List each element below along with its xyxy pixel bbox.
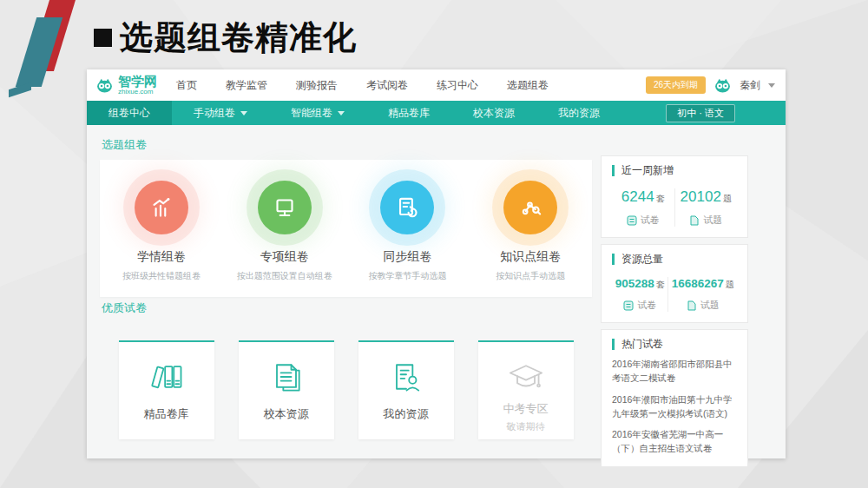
stat-label: 试卷 (637, 299, 656, 312)
graduation-cap-icon (506, 356, 546, 398)
user-avatar-owl-icon[interactable] (713, 76, 732, 95)
stat-unit: 套 (656, 280, 665, 289)
menu-item-label: 精品卷库 (388, 101, 430, 125)
quality-section-header: 优质试卷 (102, 300, 592, 316)
brand-logo[interactable]: 智学网 zhixue.com (95, 75, 157, 96)
card-school-resources[interactable]: 校本资源 (239, 340, 334, 439)
stat-unit: 套 (656, 194, 665, 203)
card-my-resources[interactable]: 我的资源 (358, 340, 454, 439)
stat-number-row: 6244套 (612, 188, 674, 206)
chevron-down-icon[interactable] (768, 83, 775, 88)
menu-item-label: 我的资源 (558, 101, 600, 125)
feature-knowledge-point[interactable]: 知识点组卷 按知识点手动选题 (469, 160, 592, 297)
menu-item-manual-assembly[interactable]: 手动组卷 (172, 101, 269, 125)
stat-questions: 16686267题 试题 (667, 277, 737, 312)
stat-label-row[interactable]: 试卷 (612, 299, 667, 312)
menu-item-premium-library[interactable]: 精品卷库 (366, 101, 451, 125)
subject-selector[interactable]: 初中 · 语文 (666, 104, 735, 122)
knowledge-nodes-icon (503, 181, 557, 234)
card-label: 精品卷库 (144, 406, 189, 422)
brand-domain: zhixue.com (118, 89, 157, 96)
panel-title: 资源总量 (612, 254, 737, 265)
card-premium-library[interactable]: 精品卷库 (119, 340, 214, 439)
stat-value: 20102 (681, 188, 721, 205)
nav-item-teaching-supervision[interactable]: 教学监管 (226, 78, 267, 93)
stat-label-row[interactable]: 试题 (675, 214, 738, 227)
stat-value: 905288 (615, 277, 654, 290)
menu-item-label: 智能组卷 (291, 101, 332, 125)
stat-value: 6244 (621, 188, 654, 205)
feature-label: 专项组卷 (223, 249, 346, 265)
feature-sync-assembly[interactable]: 同步组卷 按教学章节手动选题 (346, 160, 470, 297)
menu-item-smart-assembly[interactable]: 智能组卷 (269, 101, 366, 125)
topic-section-header: 选题组卷 (102, 137, 592, 153)
books-icon (147, 356, 187, 398)
panel-weekly-new: 近一周新增 6244套 试卷 20102题 试题 (601, 155, 748, 238)
feature-label: 同步组卷 (346, 249, 470, 265)
stat-number-row: 905288套 (612, 277, 667, 291)
menu-item-label: 校本资源 (473, 101, 515, 125)
menu-item-label: 组卷中心 (108, 101, 150, 125)
card-label: 校本资源 (264, 406, 309, 422)
nav-item-practice-center[interactable]: 练习中心 (437, 78, 478, 93)
card-sub-label: 敬请期待 (507, 420, 545, 433)
nav-item-paper-assembly[interactable]: 选题组卷 (507, 78, 549, 93)
feature-label: 学情组卷 (100, 249, 223, 265)
nav-menu: 首页 教学监管 测验报告 考试阅卷 练习中心 选题组卷 (176, 78, 549, 93)
menu-item-label: 手动组卷 (194, 101, 235, 125)
owl-logo-icon (95, 76, 114, 95)
quality-cards-row: 精品卷库 校本资源 (100, 340, 592, 439)
chevron-down-icon (338, 111, 345, 115)
doc-person-icon (386, 356, 426, 398)
stat-label: 试题 (700, 299, 720, 312)
stat-label: 试题 (703, 214, 722, 227)
nav-item-test-report[interactable]: 测验报告 (296, 78, 338, 93)
question-icon (689, 215, 700, 226)
stat-label-row[interactable]: 试卷 (612, 214, 674, 227)
card-label: 我的资源 (384, 406, 429, 422)
zhixue-screenshot: 智学网 zhixue.com 首页 教学监管 测验报告 考试阅卷 练习中心 选题… (87, 69, 786, 458)
slide-title: 选题组卷精准化 (120, 16, 357, 60)
card-label: 中考专区 (503, 401, 549, 417)
menu-item-school-resources[interactable]: 校本资源 (451, 101, 536, 125)
documents-icon (266, 356, 306, 398)
stat-unit: 题 (723, 194, 732, 203)
panel-hot-papers: 热门试卷 2016年湖南省邵阳市邵阳县中考语文二模试卷 2016年濮阳市油田第十… (601, 329, 748, 467)
chart-icon (135, 181, 188, 234)
feature-desc: 按出题范围设置自动组卷 (223, 270, 346, 282)
stats-row: 6244套 试卷 20102题 试题 (612, 188, 737, 227)
chevron-down-icon (240, 111, 247, 115)
hot-paper-link[interactable]: 2016年濮阳市油田第十九中学九年级第一次模拟考试(语文) (612, 392, 737, 421)
hot-paper-link[interactable]: 2016年安徽省芜湖一中高一（下）自主招生语文试卷 (612, 427, 737, 456)
nav-item-exam-marking[interactable]: 考试阅卷 (366, 78, 408, 93)
stat-unit: 题 (726, 280, 734, 289)
slide-title-row: 选题组卷精准化 (94, 16, 357, 60)
stat-value: 16686267 (672, 277, 724, 290)
question-icon (687, 300, 697, 311)
feature-desc: 按班级共性错题组卷 (100, 270, 223, 282)
expiry-badge[interactable]: 26天内到期 (646, 76, 706, 94)
nav-item-home[interactable]: 首页 (176, 78, 197, 93)
stat-papers: 6244套 试卷 (612, 188, 674, 227)
square-bullet-icon (94, 29, 112, 47)
menu-item-assembly-center[interactable]: 组卷中心 (87, 101, 172, 125)
stat-number-row: 20102题 (675, 188, 738, 206)
paper-icon (623, 300, 634, 311)
feature-special-topic[interactable]: 专项组卷 按出题范围设置自动组卷 (223, 160, 346, 297)
feature-learning-analysis[interactable]: 学情组卷 按班级共性错题组卷 (100, 160, 223, 297)
stat-label-row[interactable]: 试题 (668, 299, 737, 312)
feature-desc: 按知识点手动选题 (469, 270, 592, 282)
paper-icon (627, 215, 637, 226)
menu-item-my-resources[interactable]: 我的资源 (536, 101, 621, 125)
doc-sync-icon (380, 181, 434, 234)
monitor-icon (258, 181, 312, 234)
username[interactable]: 秦剑 (740, 78, 760, 93)
stat-questions: 20102题 试题 (674, 188, 738, 227)
features-panel: 学情组卷 按班级共性错题组卷 专项组卷 按出题范围设置自动组卷 (100, 160, 592, 297)
top-navbar: 智学网 zhixue.com 首页 教学监管 测验报告 考试阅卷 练习中心 选题… (87, 69, 786, 101)
stats-row: 905288套 试卷 16686267题 试题 (612, 277, 737, 312)
page-body: 选题组卷 学情组卷 按班级共性错题组卷 (87, 125, 786, 473)
feature-desc: 按教学章节手动选题 (346, 270, 470, 282)
hot-paper-link[interactable]: 2016年湖南省邵阳市邵阳县中考语文二模试卷 (612, 357, 737, 386)
hot-papers-list: 2016年湖南省邵阳市邵阳县中考语文二模试卷 2016年濮阳市油田第十九中学九年… (612, 357, 737, 456)
